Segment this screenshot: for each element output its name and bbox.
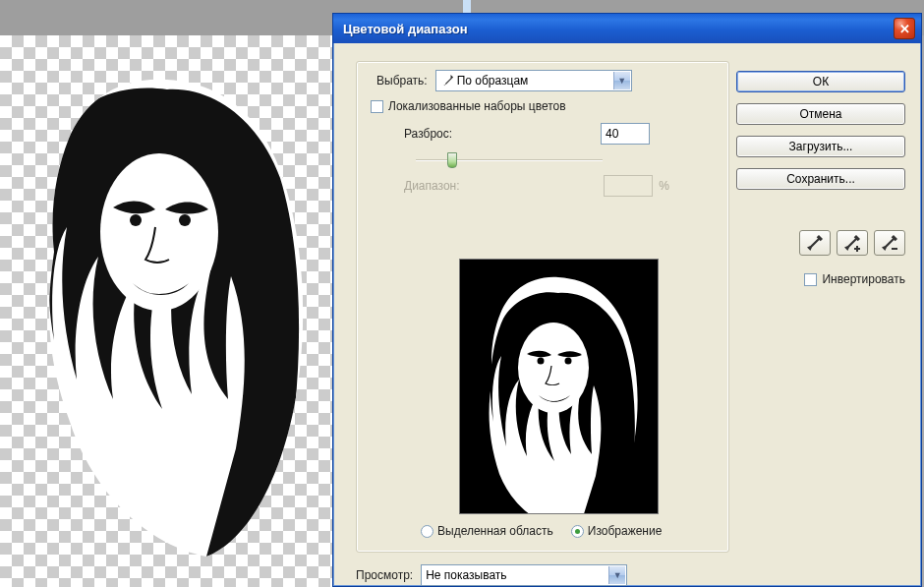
invert-row: Инвертировать	[804, 272, 905, 286]
load-button[interactable]: Загрузить...	[736, 136, 905, 157]
eyedropper-plus-icon	[843, 234, 861, 252]
svg-point-2	[179, 214, 191, 226]
eyedropper-tool[interactable]	[799, 230, 831, 256]
radio-selection-label: Выделенная область	[437, 524, 553, 538]
dialog-title: Цветовой диапазон	[343, 22, 894, 36]
canvas-image	[0, 35, 339, 587]
svg-point-1	[130, 214, 142, 226]
titlebar-edge	[463, 0, 471, 13]
main-group: Выбрать: По образцам ▼ Локализованные на…	[356, 61, 729, 553]
chevron-down-icon: ▼	[608, 566, 625, 584]
ok-button[interactable]: ОК	[736, 71, 905, 92]
close-icon: ✕	[899, 22, 910, 36]
radio-selection[interactable]	[421, 525, 433, 538]
svg-point-6	[565, 358, 572, 365]
slider-track	[416, 159, 603, 161]
eyedropper-add-tool[interactable]	[837, 230, 868, 256]
localized-colors-checkbox[interactable]	[371, 100, 383, 113]
preview-mode-dropdown[interactable]: Не показывать ▼	[421, 564, 627, 586]
selection-preview[interactable]	[459, 259, 659, 514]
select-mode-dropdown[interactable]: По образцам ▼	[435, 70, 632, 91]
canvas-area[interactable]	[0, 35, 339, 587]
select-mode-value: По образцам	[457, 74, 529, 88]
select-label: Выбрать:	[376, 74, 428, 88]
svg-point-5	[538, 358, 545, 365]
slider-thumb[interactable]	[447, 152, 457, 168]
close-button[interactable]: ✕	[894, 18, 915, 39]
eyedropper-icon	[440, 74, 454, 88]
eyedropper-icon	[806, 234, 824, 252]
range-unit: %	[659, 179, 669, 193]
range-input	[604, 175, 653, 197]
svg-point-4	[518, 323, 589, 413]
fuzziness-input[interactable]	[601, 123, 650, 145]
radio-image[interactable]	[571, 525, 584, 538]
eyedropper-tools	[787, 230, 905, 256]
radio-image-label: Изображение	[588, 524, 663, 538]
fuzziness-label: Разброс:	[404, 127, 452, 141]
fuzziness-slider[interactable]	[416, 150, 603, 170]
dialog-titlebar[interactable]: Цветовой диапазон ✕	[333, 14, 921, 43]
invert-checkbox[interactable]	[804, 273, 817, 286]
svg-rect-7	[892, 248, 897, 250]
dialog-buttons-column: ОК Отмена Загрузить... Сохранить...	[736, 71, 905, 190]
dialog-body: Выбрать: По образцам ▼ Локализованные на…	[333, 43, 921, 586]
eyedropper-subtract-tool[interactable]	[874, 230, 905, 256]
preview-mode-row: Просмотр: Не показывать ▼	[356, 564, 627, 586]
preview-mode-label: Просмотр:	[356, 568, 413, 582]
invert-label: Инвертировать	[822, 272, 905, 286]
color-range-dialog: Цветовой диапазон ✕ Выбрать: По образцам…	[332, 13, 922, 587]
preview-mode-value: Не показывать	[426, 568, 506, 582]
range-label: Диапазон:	[404, 179, 460, 193]
chevron-down-icon: ▼	[613, 72, 630, 89]
eyedropper-minus-icon	[881, 234, 898, 252]
localized-colors-label: Локализованные наборы цветов	[388, 99, 566, 113]
save-button[interactable]: Сохранить...	[736, 168, 905, 190]
cancel-button[interactable]: Отмена	[736, 103, 905, 125]
